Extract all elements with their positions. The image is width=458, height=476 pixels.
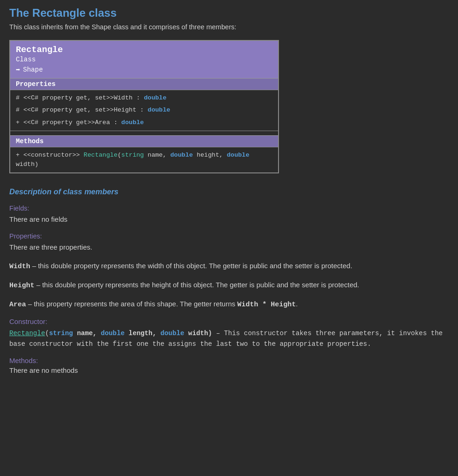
uml-methods-members: + <<constructor>> Rectangle(string name,…	[10, 147, 278, 173]
constructor-link[interactable]: Rectangle	[9, 330, 45, 337]
page-title: The Rectangle class	[9, 7, 449, 20]
uml-spacer	[10, 131, 278, 135]
description-title: Description of class members	[9, 187, 449, 196]
width-desc: – this double property represents the wi…	[30, 262, 352, 270]
properties-label: Properties:	[9, 232, 449, 240]
uml-class-name: Rectangle	[16, 45, 272, 55]
uml-member: + <<C# property get>>Area : double	[16, 117, 272, 129]
uml-header: Rectangle Class ➡ Shape	[10, 41, 278, 78]
fields-label: Fields:	[9, 205, 449, 212]
properties-intro: There are three properties.	[9, 242, 449, 253]
uml-member: # <<C# property get, set>>Width : double	[16, 92, 272, 104]
uml-parent-name: Shape	[23, 66, 43, 73]
height-property-block: Height – this double property represents…	[9, 279, 449, 292]
height-desc: – this double property represents the he…	[34, 281, 359, 289]
width-name: Width	[9, 263, 30, 271]
methods-text: There are no methods	[9, 366, 449, 374]
description-section: Description of class members Fields: The…	[9, 187, 449, 374]
uml-properties-members: # <<C# property get, set>>Width : double…	[10, 90, 278, 131]
area-desc: – this property represents the area of t…	[26, 300, 237, 308]
uml-stereotype: Class	[16, 56, 272, 63]
width-property-block: Width – this double property represents …	[9, 260, 449, 273]
methods-label: Methods:	[9, 357, 449, 364]
uml-methods-header: Methods	[10, 135, 278, 147]
uml-member: + <<constructor>> Rectangle(string name,…	[16, 149, 272, 171]
height-name: Height	[9, 282, 34, 290]
uml-parent: ➡ Shape	[16, 65, 272, 74]
constructor-block: Rectangle(string name, double length, do…	[9, 328, 449, 350]
area-end: .	[296, 300, 298, 308]
area-property-block: Area – this property represents the area…	[9, 298, 449, 311]
fields-text: There are no fields	[9, 214, 449, 225]
uml-properties-header: Properties	[10, 78, 278, 90]
constructor-label: Constructor:	[9, 317, 449, 325]
uml-member: # <<C# property get, set>>Height : doubl…	[16, 104, 272, 116]
area-formula: Width * Height	[237, 301, 296, 309]
uml-arrow-icon: ➡	[16, 65, 20, 74]
area-name: Area	[9, 301, 26, 309]
page-subtitle: This class inherits from the Shape class…	[9, 23, 449, 31]
uml-diagram: Rectangle Class ➡ Shape Properties # <<C…	[9, 40, 279, 173]
